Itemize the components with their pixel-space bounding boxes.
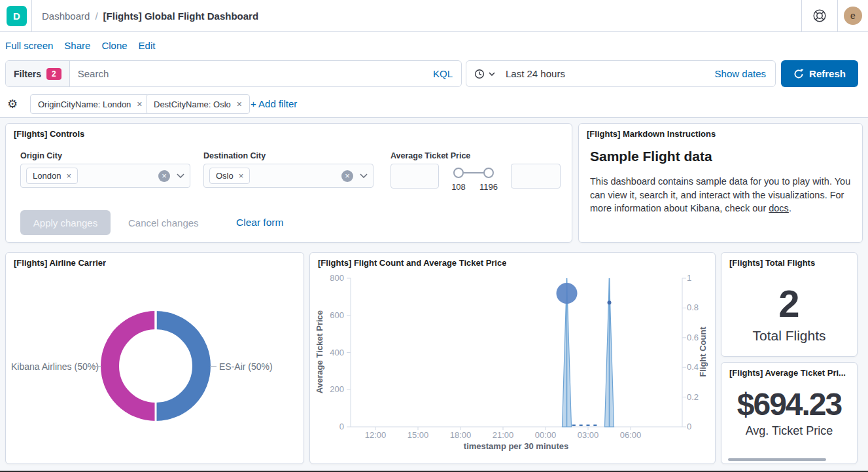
clear-destination-selection-icon[interactable]: ×: [341, 170, 353, 182]
donut-label-es-air: ES-Air (50%): [219, 361, 273, 372]
origin-city-value: London: [33, 171, 61, 181]
filter-pill-dest-city[interactable]: DestCityName: Oslo ×: [146, 94, 250, 114]
donut-label-connector: [95, 366, 101, 367]
panel-flight-count-avg-price: [Flights] Flight Count and Average Ticke…: [309, 252, 716, 464]
kql-language-button[interactable]: KQL: [433, 61, 461, 86]
filters-label: Filters: [14, 69, 41, 79]
panel-title: [Flights] Average Ticket Pri...: [729, 368, 846, 378]
apply-changes-button[interactable]: Apply changes: [20, 210, 111, 235]
time-quick-select-button[interactable]: [466, 69, 503, 79]
markdown-text: .: [789, 203, 791, 213]
price-range-slider-handle-min[interactable]: [453, 168, 464, 178]
clear-origin-selection-icon[interactable]: ×: [158, 170, 170, 182]
elastic-logo[interactable]: D: [7, 6, 27, 26]
donut-slice-kibana-airlines[interactable]: [110, 320, 156, 412]
show-dates-button[interactable]: Show dates: [715, 68, 775, 79]
origin-city-label: Origin City: [20, 151, 62, 160]
panel-airline-carrier: [Flights] Airline Carrier Kibana Airline…: [5, 252, 304, 464]
panel-title: [Flights] Markdown Instructions: [587, 129, 716, 139]
share-link[interactable]: Share: [64, 40, 90, 51]
app-header: D Dashboard / [Flights] Global Flight Da…: [0, 0, 868, 32]
user-avatar[interactable]: e: [844, 7, 862, 25]
time-range-value[interactable]: Last 24 hours: [503, 68, 565, 79]
chevron-down-icon: [177, 173, 184, 178]
filter-pill-label: DestCityName: Oslo: [154, 100, 231, 109]
destination-combobox-caret[interactable]: [360, 173, 368, 178]
kibana-dashboard: { "header": { "logo_letter": "D", "bread…: [0, 0, 868, 472]
search-input[interactable]: [70, 61, 433, 86]
breadcrumb-dashboard[interactable]: Dashboard: [42, 10, 90, 22]
total-flights-value: 2: [721, 281, 857, 325]
markdown-body: This dashboard contains sample data for …: [590, 175, 856, 215]
panel-flights-controls: [Flights] Controls Origin City London × …: [5, 123, 572, 243]
refresh-button[interactable]: Refresh: [781, 60, 858, 87]
price-max-value: 1196: [474, 182, 503, 192]
refresh-label: Refresh: [809, 68, 846, 79]
price-min-value: 108: [444, 182, 473, 192]
edit-link[interactable]: Edit: [139, 40, 156, 51]
destination-city-value: Oslo: [216, 171, 234, 181]
chevron-down-icon: [360, 173, 368, 178]
panel-title: [Flights] Controls: [14, 129, 84, 139]
panel-markdown-instructions: [Flights] Markdown Instructions Sample F…: [578, 123, 863, 243]
life-ring-icon: [812, 9, 827, 23]
breadcrumb: Dashboard / [Flights] Global Flight Dash…: [42, 0, 258, 31]
breadcrumb-current-page: [Flights] Global Flight Dashboard: [103, 10, 259, 22]
remove-filter-icon[interactable]: ×: [137, 99, 142, 109]
breadcrumb-separator: /: [95, 10, 97, 22]
refresh-icon: [793, 69, 804, 79]
add-filter-button[interactable]: + Add filter: [251, 98, 297, 109]
panel-scrollbar[interactable]: [728, 458, 826, 461]
user-menu: e: [837, 0, 868, 31]
docs-link[interactable]: docs: [769, 203, 789, 213]
markdown-heading: Sample Flight data: [590, 149, 712, 164]
filters-menu-button[interactable]: Filters 2: [6, 61, 70, 86]
origin-city-combobox[interactable]: London × ×: [20, 164, 190, 188]
panel-average-ticket-price: [Flights] Average Ticket Pri... $694.23 …: [721, 362, 858, 464]
donut-label-connector: [210, 366, 217, 367]
remove-destination-icon[interactable]: ×: [239, 171, 244, 181]
cancel-changes-button[interactable]: Cancel changes: [128, 210, 199, 235]
header-actions: e: [801, 0, 868, 31]
avg-ticket-price-label: Avg. Ticket Price: [721, 424, 857, 438]
price-range-slider-handle-max[interactable]: [483, 168, 494, 178]
filter-pill-origin-city[interactable]: OriginCityName: London ×: [30, 94, 150, 114]
dashboard-nav: Full screen Share Clone Edit: [5, 34, 155, 56]
chevron-down-icon: [489, 72, 495, 76]
filter-pill-label: OriginCityName: London: [38, 100, 131, 109]
origin-combobox-caret[interactable]: [177, 173, 184, 178]
airline-donut-chart: [6, 253, 305, 465]
donut-label-kibana-airlines: Kibana Airlines (50%): [11, 361, 94, 372]
destination-city-label: Destination City: [203, 151, 266, 160]
remove-origin-icon[interactable]: ×: [66, 171, 71, 181]
total-flights-label: Total Flights: [721, 328, 857, 344]
filter-options-gear-icon[interactable]: ⚙: [7, 97, 18, 111]
help-menu-button[interactable]: [801, 0, 837, 31]
clone-link[interactable]: Clone: [101, 40, 127, 51]
clear-form-button[interactable]: Clear form: [236, 210, 283, 235]
destination-city-combobox[interactable]: Oslo × ×: [203, 164, 373, 188]
avg-ticket-price-value: $694.23: [721, 386, 857, 422]
filters-count-badge: 2: [46, 68, 61, 80]
donut-slice-es-air[interactable]: [156, 320, 201, 412]
panel-title: [Flights] Total Flights: [729, 258, 815, 268]
destination-city-selected-pill[interactable]: Oslo ×: [209, 168, 250, 184]
time-picker: Last 24 hours Show dates: [466, 60, 776, 87]
remove-filter-icon[interactable]: ×: [237, 99, 242, 109]
avg-ticket-price-label: Average Ticket Price: [391, 151, 470, 160]
avg-ticket-price-point[interactable]: [608, 300, 612, 304]
panel-total-flights: [Flights] Total Flights 2 Total Flights: [721, 252, 858, 357]
origin-city-selected-pill[interactable]: London ×: [26, 168, 78, 184]
price-max-input[interactable]: [511, 164, 561, 189]
top-chrome: D Dashboard / [Flights] Global Flight Da…: [0, 0, 868, 118]
header-divider: [31, 0, 32, 31]
clock-icon: [474, 69, 485, 79]
query-bar: Filters 2 KQL: [5, 60, 462, 87]
full-screen-link[interactable]: Full screen: [5, 40, 53, 51]
markdown-text: This dashboard contains sample data for …: [590, 176, 850, 213]
avg-ticket-price-point[interactable]: [557, 283, 578, 304]
flight-count-area-chart[interactable]: [310, 253, 716, 465]
price-min-input[interactable]: [391, 164, 439, 189]
